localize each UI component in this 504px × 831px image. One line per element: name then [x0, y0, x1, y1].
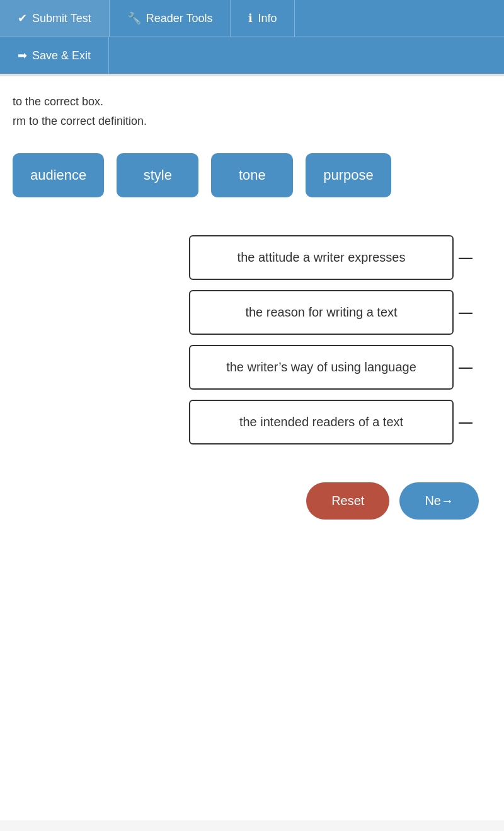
- next-button[interactable]: Ne→: [399, 482, 479, 520]
- checkmark-icon: ✔: [18, 11, 27, 25]
- instruction-line-1: to the correct box.: [13, 95, 491, 108]
- definition-box-3[interactable]: the writer’s way of using language: [189, 345, 454, 390]
- reader-tools-label: Reader Tools: [146, 12, 213, 25]
- definition-box-2[interactable]: the reason for writing a text: [189, 290, 454, 335]
- reset-button[interactable]: Reset: [306, 482, 389, 520]
- reader-tools-button[interactable]: 🔧 Reader Tools: [110, 0, 231, 37]
- bottom-buttons: Reset Ne→: [13, 482, 491, 532]
- chip-tone[interactable]: tone: [211, 153, 293, 197]
- dash-4: —: [454, 414, 472, 431]
- chip-purpose[interactable]: purpose: [306, 153, 391, 197]
- definition-row-4: the intended readers of a text —: [189, 400, 491, 445]
- nav-row-1: ✔ Submit Test 🔧 Reader Tools ℹ Info: [0, 0, 504, 37]
- top-nav: ✔ Submit Test 🔧 Reader Tools ℹ Info ➡ Sa…: [0, 0, 504, 74]
- dash-2: —: [454, 305, 472, 321]
- definitions-area: the attitude a writer expresses — the re…: [13, 235, 491, 445]
- definition-row-2: the reason for writing a text —: [189, 290, 491, 335]
- definition-box-4[interactable]: the intended readers of a text: [189, 400, 454, 445]
- info-icon: ℹ: [248, 11, 253, 25]
- info-label: Info: [258, 12, 277, 25]
- definition-row-1: the attitude a writer expresses —: [189, 235, 491, 280]
- dash-3: —: [454, 359, 472, 376]
- nav-row-2: ➡ Save & Exit: [0, 37, 504, 74]
- instruction-line-2: rm to the correct definition.: [13, 115, 491, 128]
- save-icon: ➡: [18, 49, 27, 62]
- submit-test-label: Submit Test: [32, 12, 91, 25]
- wrench-icon: 🔧: [127, 11, 141, 25]
- info-button[interactable]: ℹ Info: [231, 0, 295, 37]
- chip-audience[interactable]: audience: [13, 153, 104, 197]
- definition-row-3: the writer’s way of using language —: [189, 345, 491, 390]
- definition-box-1[interactable]: the attitude a writer expresses: [189, 235, 454, 280]
- submit-test-button[interactable]: ✔ Submit Test: [0, 0, 110, 37]
- save-exit-button[interactable]: ➡ Save & Exit: [0, 37, 109, 74]
- chip-style[interactable]: style: [117, 153, 198, 197]
- dash-1: —: [454, 250, 472, 266]
- main-content: to the correct box. rm to the correct de…: [0, 76, 504, 820]
- word-chips-row: audience style tone purpose: [13, 153, 491, 197]
- save-exit-label: Save & Exit: [32, 49, 91, 62]
